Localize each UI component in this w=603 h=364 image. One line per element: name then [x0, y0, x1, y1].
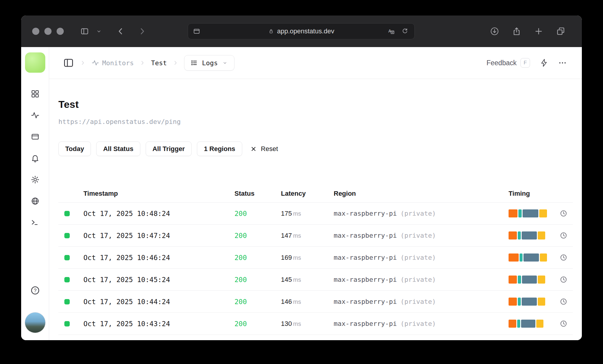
- timing-segment: [509, 209, 517, 217]
- log-status-code: 200: [234, 254, 281, 262]
- list-icon: [190, 59, 198, 67]
- region-private-badge: (private): [400, 232, 436, 239]
- latency-unit: ms: [293, 254, 301, 261]
- log-timestamp: Oct 17, 2025 10:44:24: [83, 298, 234, 306]
- region-private-badge: (private): [400, 298, 436, 305]
- column-region: Region: [334, 190, 509, 197]
- panel-left-icon[interactable]: [63, 57, 74, 69]
- log-timestamp: Oct 17, 2025 10:45:24: [83, 276, 234, 284]
- forward-icon[interactable]: [136, 25, 148, 37]
- log-region: max-raspberry-pi(private): [334, 254, 509, 261]
- log-row[interactable]: Oct 17, 2025 10:47:24 200 147ms max-rasp…: [58, 225, 573, 247]
- app-header: Monitors Test Logs: [49, 47, 582, 79]
- svg-text:?: ?: [34, 288, 36, 293]
- timing-segment: [540, 253, 547, 262]
- timing-segment: [538, 231, 545, 239]
- clock-icon[interactable]: [560, 209, 573, 217]
- lock-icon: [268, 28, 274, 34]
- address-bar[interactable]: app.openstatus.dev A: [188, 23, 415, 39]
- column-latency: Latency: [281, 190, 334, 197]
- clock-icon[interactable]: [560, 320, 573, 328]
- column-timing: Timing: [509, 190, 560, 197]
- breadcrumb-test[interactable]: Test: [151, 59, 167, 67]
- bell-icon[interactable]: [21, 147, 49, 169]
- status-page-icon[interactable]: [21, 126, 49, 147]
- timing-segment: [539, 209, 547, 217]
- log-row[interactable]: Oct 17, 2025 10:44:24 200 146ms max-rasp…: [58, 291, 573, 313]
- minimize-button[interactable]: [44, 28, 52, 35]
- filter-status-button[interactable]: All Status: [96, 141, 140, 156]
- feedback-button[interactable]: Feedback F: [487, 58, 530, 68]
- status-dot: [64, 321, 70, 326]
- timing-segment: [518, 276, 521, 284]
- timing-segment: [518, 298, 521, 306]
- chevron-down-icon[interactable]: [95, 25, 103, 37]
- log-region: max-raspberry-pi(private): [334, 210, 509, 217]
- timing-segment: [538, 298, 545, 306]
- zoom-button[interactable]: [57, 28, 64, 35]
- clock-icon[interactable]: [560, 253, 573, 262]
- page-menu-icon[interactable]: [193, 24, 201, 39]
- globe-icon[interactable]: [21, 190, 49, 212]
- region-private-badge: (private): [400, 210, 436, 217]
- timing-segment: [518, 231, 521, 239]
- log-status-code: 200: [234, 210, 281, 217]
- timing-segment: [509, 298, 517, 306]
- log-status-code: 200: [234, 276, 281, 284]
- log-latency: 145ms: [281, 276, 334, 284]
- table-header-row: Timestamp Status Latency Region Timing: [58, 185, 573, 203]
- activity-icon[interactable]: [21, 105, 49, 126]
- share-icon[interactable]: [510, 25, 523, 37]
- workspace-logo[interactable]: [25, 52, 45, 73]
- sidebar-toggle-icon[interactable]: [79, 25, 91, 37]
- timing-segment: [521, 320, 535, 328]
- breadcrumb-separator-icon: [79, 59, 87, 67]
- help-icon[interactable]: ?: [21, 285, 49, 295]
- grid-icon[interactable]: [21, 83, 49, 105]
- column-status: Status: [234, 190, 281, 197]
- timing-segment: [520, 253, 523, 262]
- clock-icon[interactable]: [560, 298, 573, 306]
- downloads-icon[interactable]: [488, 25, 501, 37]
- page-title: Test: [58, 98, 573, 111]
- back-icon[interactable]: [115, 25, 127, 37]
- user-avatar[interactable]: [25, 312, 46, 333]
- log-row[interactable]: Oct 17, 2025 10:46:24 200 169ms max-rasp…: [58, 247, 573, 269]
- timing-segment: [509, 276, 517, 284]
- timing-bar: [509, 320, 560, 328]
- tab-overview-icon[interactable]: [554, 25, 567, 37]
- log-row[interactable]: Oct 17, 2025 10:45:24 200 145ms max-rasp…: [58, 269, 573, 291]
- filter-date-button[interactable]: Today: [58, 141, 91, 156]
- latency-unit: ms: [293, 210, 301, 217]
- lightning-icon[interactable]: [540, 58, 548, 67]
- timing-segment: [523, 253, 539, 262]
- close-button[interactable]: [32, 28, 39, 35]
- x-icon: [250, 145, 257, 153]
- timing-segment: [522, 276, 537, 284]
- log-region: max-raspberry-pi(private): [334, 298, 509, 305]
- clock-icon[interactable]: [560, 231, 573, 239]
- log-timestamp: Oct 17, 2025 10:43:24: [83, 320, 234, 328]
- reload-icon[interactable]: [401, 24, 408, 39]
- filter-trigger-button[interactable]: All Trigger: [146, 141, 192, 156]
- reset-filters-button[interactable]: Reset: [250, 145, 278, 153]
- monitor-activity-icon: [91, 59, 99, 67]
- timing-bar: [509, 276, 560, 284]
- logs-dropdown-button[interactable]: Logs: [184, 55, 234, 71]
- region-private-badge: (private): [400, 320, 436, 327]
- translate-icon[interactable]: A: [387, 24, 395, 39]
- log-status-code: 200: [234, 232, 281, 239]
- more-options-icon[interactable]: [558, 58, 567, 67]
- log-row[interactable]: Oct 17, 2025 10:43:24 200 130ms max-rasp…: [58, 313, 573, 335]
- log-region: max-raspberry-pi(private): [334, 320, 509, 327]
- breadcrumb-separator-icon: [172, 59, 179, 67]
- terminal-icon[interactable]: [21, 212, 49, 233]
- filter-regions-button[interactable]: 1 Regions: [197, 141, 242, 156]
- clock-icon[interactable]: [560, 276, 573, 284]
- new-tab-icon[interactable]: [532, 25, 545, 37]
- timing-bar: [509, 209, 560, 217]
- breadcrumb-monitors[interactable]: Monitors: [91, 59, 134, 67]
- settings-gear-icon[interactable]: [21, 169, 49, 190]
- log-row[interactable]: Oct 17, 2025 10:48:24 200 175ms max-rasp…: [58, 203, 573, 225]
- log-timestamp: Oct 17, 2025 10:46:24: [83, 254, 234, 262]
